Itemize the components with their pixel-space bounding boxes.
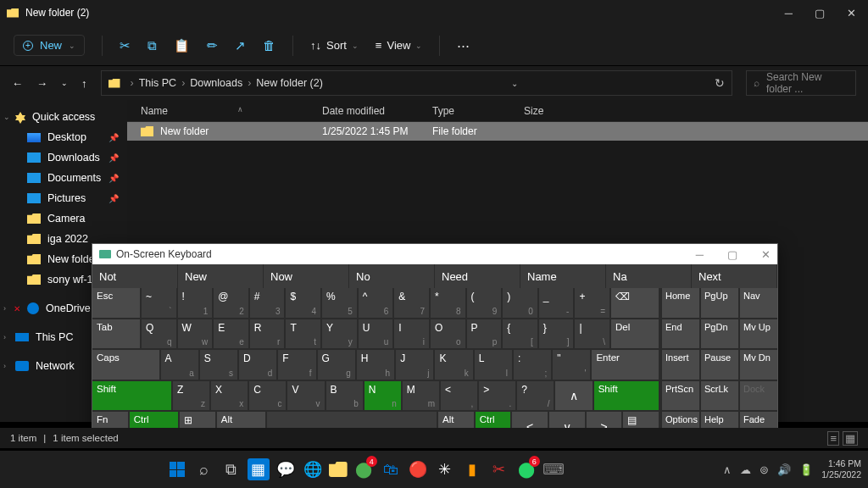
key[interactable]: Gg [318,350,355,380]
start-button[interactable] [166,458,188,480]
key-mvup[interactable]: Mv Up [740,319,777,349]
key[interactable]: |\ [575,319,609,349]
key-home[interactable]: Home [662,288,699,318]
osk-icon[interactable]: ⌨ [542,458,565,480]
up-button[interactable]: ↑ [81,77,87,90]
key[interactable]: Vv [287,381,324,411]
key-shift[interactable]: Shift [92,381,171,411]
icons-view-button[interactable]: ▦ [843,431,858,446]
table-row[interactable]: New folder 1/25/2022 1:45 PM File folder [127,122,868,141]
recent-button[interactable]: ⌄ [61,79,68,87]
forward-button[interactable]: → [36,77,47,90]
key-shift[interactable]: Shift [594,381,659,411]
key-dock[interactable]: Dock [740,381,777,411]
key-caps[interactable]: Caps [92,350,159,380]
back-button[interactable]: ← [12,77,23,90]
key[interactable]: Dd [239,350,276,380]
wifi-icon[interactable]: ⊚ [760,463,769,476]
sidebar-item-camera[interactable]: Camera [0,208,127,229]
chrome-icon[interactable]: 🔴 [407,458,429,480]
key[interactable]: Bb [326,381,363,411]
key[interactable]: Rr [250,319,285,349]
volume-icon[interactable]: 🔊 [777,463,791,476]
battery-icon[interactable]: 🔋 [799,463,813,476]
suggestion[interactable]: New [178,264,264,288]
key[interactable]: Ll [475,350,512,380]
sidebar-quick-access[interactable]: ⌄Quick access [0,107,127,127]
key-backspace[interactable]: ⌫ [611,288,659,318]
key-pgup[interactable]: PgUp [701,288,738,318]
key[interactable]: {[ [503,319,537,349]
key[interactable]: @2 [214,288,248,318]
suggestion[interactable]: Not [92,264,178,288]
key[interactable]: #3 [250,288,285,318]
breadcrumb[interactable]: This PC [139,77,176,89]
key[interactable]: :; [514,350,551,380]
key[interactable]: $4 [286,288,320,318]
key-enter[interactable]: Enter [592,350,659,380]
key[interactable]: Hh [357,350,394,380]
key[interactable]: Oo [431,319,465,349]
sidebar-item-downloads[interactable]: Downloads📌 [0,147,127,168]
key-prtscn[interactable]: PrtScn [662,381,699,411]
key[interactable]: Xx [211,381,248,411]
suggestion[interactable]: Next [692,264,777,288]
key-end[interactable]: End [662,319,699,349]
sidebar-item-documents[interactable]: Documents📌 [0,168,127,188]
key-pause[interactable]: Pause [701,350,738,380]
key[interactable]: Yy [322,319,357,349]
delete-icon[interactable]: 🗑 [263,38,275,53]
sort-button[interactable]: ↑↓Sort⌄ [310,39,359,52]
osk-minimize[interactable]: ─ [696,248,704,261]
whatsapp-icon[interactable]: ⬤ [515,458,537,480]
key[interactable]: &7 [394,288,429,318]
cut-icon[interactable]: ✂ [120,38,131,53]
key[interactable]: Ww [178,319,213,349]
key[interactable]: }] [539,319,574,349]
rename-icon[interactable]: ✏ [207,38,218,53]
key[interactable]: Jj [396,350,433,380]
sidebar-item-pictures[interactable]: Pictures📌 [0,188,127,208]
more-icon[interactable]: ⋯ [457,38,470,53]
key[interactable]: (9 [467,288,502,318]
key[interactable]: "' [553,350,590,380]
key[interactable]: Kk [435,350,472,380]
key[interactable]: *8 [431,288,465,318]
key[interactable]: Zz [173,381,209,411]
osk-close[interactable]: ✕ [761,248,771,261]
key[interactable]: <, [441,381,477,411]
address-bar[interactable]: › This PC › Downloads › New folder (2) ⌄… [101,70,733,96]
chevron-up-icon[interactable]: ∧ [723,463,732,476]
key[interactable]: ^6 [359,288,393,318]
suggestion[interactable]: Need [435,264,520,288]
key-nav[interactable]: Nav [740,288,777,318]
key-esc[interactable]: Esc [92,288,140,318]
onedrive-tray-icon[interactable]: ☁ [740,463,751,476]
key[interactable]: Nn [364,381,401,411]
sidebar-item-desktop[interactable]: Desktop📌 [0,127,127,147]
details-view-button[interactable]: ≡ [827,431,839,446]
refresh-button[interactable]: ↻ [715,76,725,90]
key-up[interactable]: ∧ [555,381,592,411]
key[interactable]: Mm [403,381,439,411]
suggestion[interactable]: Now [264,264,349,288]
key[interactable]: Uu [359,319,393,349]
key[interactable]: Pp [467,319,502,349]
app-icon[interactable]: ▮ [461,458,483,480]
chat-button[interactable]: 💬 [275,458,297,480]
edge-icon[interactable]: 🌐 [302,458,324,480]
copy-icon[interactable]: ⧉ [147,38,157,53]
key[interactable]: Aa [161,350,198,380]
app-icon[interactable]: ⬤ [353,458,375,480]
new-button[interactable]: +New⌄ [14,35,85,56]
maximize-button[interactable]: ▢ [815,7,825,19]
suggestion[interactable]: Name [520,264,606,288]
slack-icon[interactable]: ✳ [434,458,456,480]
suggestion[interactable]: No [349,264,435,288]
key-pgdn[interactable]: PgDn [701,319,738,349]
close-button[interactable]: ✕ [847,7,856,19]
key[interactable]: !1 [178,288,213,318]
key-tab[interactable]: Tab [92,319,140,349]
col-size[interactable]: Size [524,105,575,117]
search-button[interactable]: ⌕ [193,458,215,480]
